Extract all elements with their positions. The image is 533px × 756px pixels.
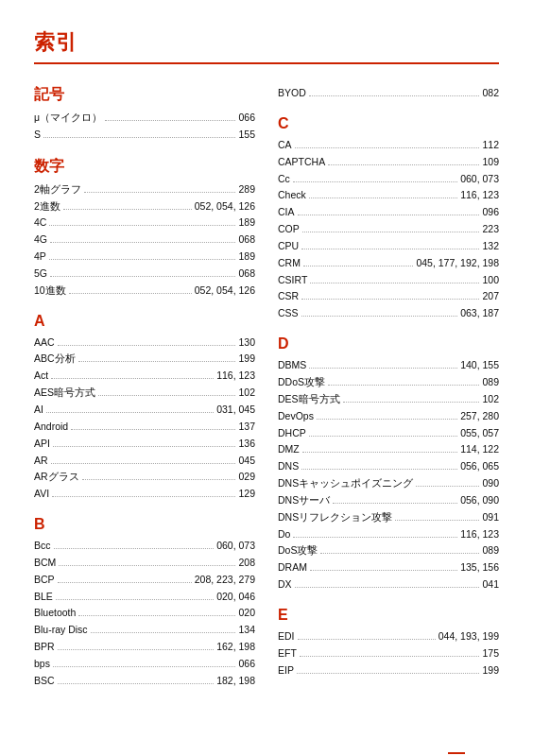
entry-dots xyxy=(300,656,480,657)
entry-page: 116, 123 xyxy=(460,526,499,543)
entry-dots xyxy=(71,429,235,430)
index-entry: AI031, 045 xyxy=(34,402,255,419)
entry-page: 100 xyxy=(482,272,499,289)
entry-page: 056, 065 xyxy=(460,458,499,475)
index-entry: DX041 xyxy=(278,576,499,593)
entry-label: 4C xyxy=(34,215,46,232)
entry-label: DNSサーバ xyxy=(278,492,330,509)
index-entry: 4C189 xyxy=(34,215,255,232)
entry-dots xyxy=(295,147,480,148)
entry-dots xyxy=(303,266,413,266)
index-entry: DoS攻撃089 xyxy=(278,542,499,559)
entry-page: 091 xyxy=(482,509,499,526)
entry-dots xyxy=(51,378,214,379)
index-entry: Check116, 123 xyxy=(278,187,499,204)
entry-page: 068 xyxy=(238,266,255,283)
entry-label: DMZ xyxy=(278,441,300,458)
entry-label: CA xyxy=(278,137,292,154)
entry-label: DNSキャッシュポイズニング xyxy=(278,475,413,492)
entry-dots xyxy=(328,164,479,165)
entry-page: 060, 073 xyxy=(216,538,255,555)
entry-label: 4G xyxy=(34,232,47,249)
entry-label: DHCP xyxy=(278,425,306,442)
index-entry: S155 xyxy=(34,127,255,144)
entry-label: AR xyxy=(34,453,48,470)
section-heading-記号: 記号 xyxy=(34,85,255,105)
entry-label: ABC分析 xyxy=(34,351,76,368)
entry-label: Bluetooth xyxy=(34,605,76,622)
entry-page: 031, 045 xyxy=(216,402,255,419)
entry-label: DoS攻撃 xyxy=(278,542,318,559)
entry-dots xyxy=(302,452,457,453)
entry-page: 199 xyxy=(238,351,255,368)
section-heading-A: A xyxy=(34,313,255,330)
entry-label: BCP xyxy=(34,572,55,589)
page-title: 索引 xyxy=(34,28,77,57)
page-number: 291 xyxy=(448,752,465,756)
entry-label: Do xyxy=(278,526,290,543)
index-entry: BPR162, 198 xyxy=(34,639,255,656)
entry-label: 10進数 xyxy=(34,283,66,300)
entry-label: CSIRT xyxy=(278,272,307,289)
entry-label: AAC xyxy=(34,335,55,352)
entry-dots xyxy=(310,570,457,571)
entry-label: DevOps xyxy=(278,408,314,425)
index-entry: Act116, 123 xyxy=(34,368,255,385)
index-entry: BSC182, 198 xyxy=(34,673,255,690)
entry-page: 207 xyxy=(482,288,499,305)
entry-page: 208 xyxy=(238,555,255,572)
entry-dots xyxy=(328,385,479,386)
entry-page: 162, 198 xyxy=(216,639,255,656)
index-entry: DHCP055, 057 xyxy=(278,425,499,442)
index-entry: μ（マイクロ）066 xyxy=(34,110,255,127)
entry-page: 082 xyxy=(482,85,499,102)
entry-dots xyxy=(58,582,192,583)
index-entry: 10進数052, 054, 126 xyxy=(34,283,255,300)
entry-label: EFT xyxy=(278,645,297,662)
left-column: 記号μ（マイクロ）066S155数字2軸グラフ2892進数052, 054, 1… xyxy=(34,85,255,690)
entry-label: 2進数 xyxy=(34,198,60,215)
entry-label: BPR xyxy=(34,639,55,656)
entry-label: CPU xyxy=(278,238,299,255)
entry-page: 029 xyxy=(238,469,255,486)
entry-page: 052, 054, 126 xyxy=(195,283,255,300)
entry-dots xyxy=(43,137,235,138)
entry-dots xyxy=(310,283,479,284)
entry-page: 140, 155 xyxy=(460,357,499,374)
index-entry: CAPTCHA109 xyxy=(278,154,499,171)
entry-page: 182, 198 xyxy=(216,673,255,690)
entry-dots xyxy=(49,259,236,260)
entry-dots xyxy=(91,632,236,633)
entry-page: 112 xyxy=(482,137,499,154)
entry-page: 055, 057 xyxy=(460,425,499,442)
entry-page: 116, 123 xyxy=(216,368,255,385)
entry-page: 052, 054, 126 xyxy=(195,198,255,215)
page-title-block: 索引 xyxy=(34,28,499,64)
index-entry: ABC分析199 xyxy=(34,351,255,368)
entry-page: 066 xyxy=(238,110,255,127)
entry-page: 068 xyxy=(238,232,255,249)
entry-dots xyxy=(58,345,236,346)
entry-dots xyxy=(298,215,480,215)
entry-label: API xyxy=(34,436,50,453)
entry-dots xyxy=(395,520,479,521)
entry-label: EDI xyxy=(278,628,295,645)
entry-dots xyxy=(63,209,192,210)
entry-label: Bcc xyxy=(34,538,51,555)
entry-label: Android xyxy=(34,419,68,436)
entry-dots xyxy=(82,479,236,480)
entry-dots xyxy=(58,683,215,684)
index-entry: CPU132 xyxy=(278,238,499,255)
entry-dots xyxy=(84,192,236,193)
index-entry: CA112 xyxy=(278,137,499,154)
index-entry: CSS063, 187 xyxy=(278,305,499,322)
entry-page: 130 xyxy=(238,335,255,352)
entry-dots xyxy=(78,615,235,616)
entry-label: DRAM xyxy=(278,559,307,576)
entry-label: S xyxy=(34,127,41,144)
entry-dots xyxy=(69,293,192,294)
entry-dots xyxy=(317,419,457,420)
entry-label: EIP xyxy=(278,662,294,679)
index-entry: DNSキャッシュポイズニング090 xyxy=(278,475,499,492)
entry-label: Blu-ray Disc xyxy=(34,622,88,639)
